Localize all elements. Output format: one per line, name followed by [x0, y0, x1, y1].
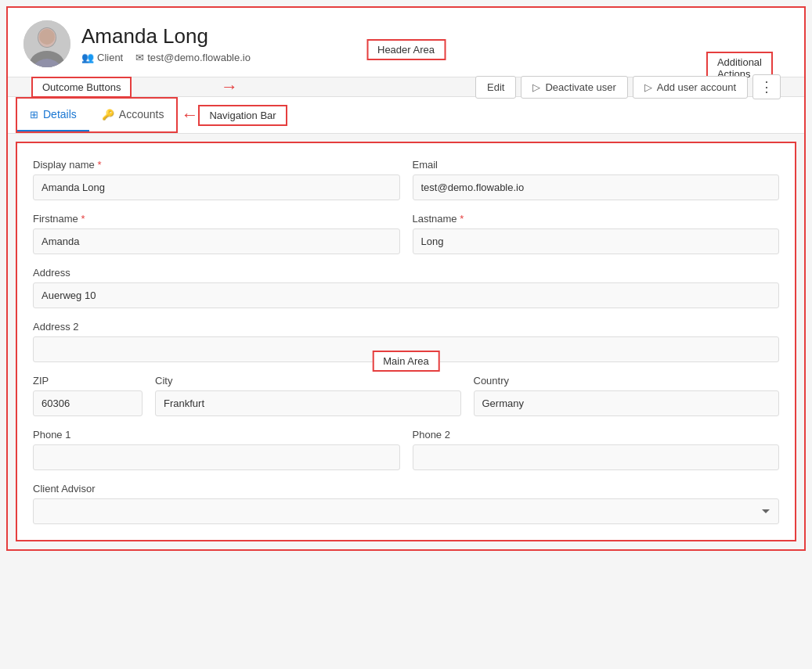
- lastname-label: Lastname *: [413, 213, 780, 225]
- outcome-buttons-annotation: Outcome Buttons: [31, 77, 132, 98]
- client-advisor-label: Client Advisor: [33, 483, 779, 495]
- main-area-annotation: Main Area: [372, 351, 440, 372]
- zip-group: ZIP: [33, 375, 143, 416]
- svg-point-4: [39, 29, 55, 45]
- country-input[interactable]: [474, 390, 780, 416]
- country-group: Country: [474, 375, 780, 416]
- header-area-annotation: Header Area: [366, 39, 446, 60]
- display-name-input[interactable]: [33, 174, 400, 200]
- required-star-first: *: [81, 213, 85, 225]
- grid-icon: ⊞: [30, 109, 38, 120]
- phone2-input[interactable]: [413, 444, 780, 470]
- action-bar: Outcome Buttons → Edit ▷ Deactivate user…: [8, 77, 804, 97]
- user-role-item: 👥 Client: [81, 52, 123, 63]
- firstname-label: Firstname *: [33, 213, 400, 225]
- avatar: [23, 20, 70, 67]
- user-email-item: ✉ test@demo.flowable.io: [135, 52, 251, 63]
- email-icon: ✉: [135, 52, 144, 63]
- phone1-input[interactable]: [33, 444, 400, 470]
- address-input[interactable]: [33, 282, 779, 308]
- firstname-group: Firstname *: [33, 213, 400, 254]
- user-role: Client: [97, 52, 123, 63]
- tab-details[interactable]: ⊞ Details: [17, 99, 89, 131]
- navigation-bar-annotation: Navigation Bar: [198, 105, 287, 126]
- tab-accounts[interactable]: 🔑 Accounts: [89, 99, 177, 131]
- lastname-input[interactable]: [413, 228, 780, 254]
- user-email: test@demo.flowable.io: [147, 52, 251, 63]
- edit-button[interactable]: Edit: [475, 76, 516, 99]
- phone2-group: Phone 2: [413, 429, 780, 470]
- email-group: Email: [413, 159, 780, 200]
- client-advisor-select[interactable]: [33, 498, 779, 524]
- outcome-arrow: →: [221, 77, 238, 97]
- email-label: Email: [413, 159, 780, 171]
- main-content: Main Area Display name * Email: [16, 142, 796, 541]
- city-group: City: [155, 375, 461, 416]
- address-group: Address: [33, 267, 779, 308]
- phone2-label: Phone 2: [413, 429, 780, 441]
- address-label: Address: [33, 267, 779, 279]
- zip-label: ZIP: [33, 375, 143, 387]
- nav-arrow: ←: [181, 105, 198, 125]
- phone1-label: Phone 1: [33, 429, 400, 441]
- firstname-input[interactable]: [33, 228, 400, 254]
- play-icon-2: ▷: [644, 81, 652, 93]
- phone1-group: Phone 1: [33, 429, 400, 470]
- nav-bar: ⊞ Details 🔑 Accounts ← Navigation Bar: [8, 97, 804, 134]
- display-name-group: Display name *: [33, 159, 400, 200]
- user-name: Amanda Long: [81, 24, 251, 49]
- display-name-label: Display name *: [33, 159, 400, 171]
- lastname-group: Lastname *: [413, 213, 780, 254]
- more-actions-button[interactable]: ⋮: [752, 74, 781, 99]
- key-icon: 🔑: [102, 109, 114, 120]
- client-icon: 👥: [81, 52, 94, 63]
- zip-input[interactable]: [33, 390, 143, 416]
- required-star-last: *: [460, 213, 464, 225]
- add-user-account-button[interactable]: ▷ Add user account: [633, 76, 748, 99]
- client-advisor-group: Client Advisor: [33, 483, 779, 524]
- required-star-display: *: [97, 159, 101, 171]
- city-input[interactable]: [155, 390, 461, 416]
- address2-label: Address 2: [33, 321, 779, 333]
- play-icon: ▷: [532, 81, 540, 93]
- country-label: Country: [474, 375, 780, 387]
- deactivate-user-button[interactable]: ▷ Deactivate user: [521, 76, 627, 99]
- email-input[interactable]: [413, 174, 780, 200]
- city-label: City: [155, 375, 461, 387]
